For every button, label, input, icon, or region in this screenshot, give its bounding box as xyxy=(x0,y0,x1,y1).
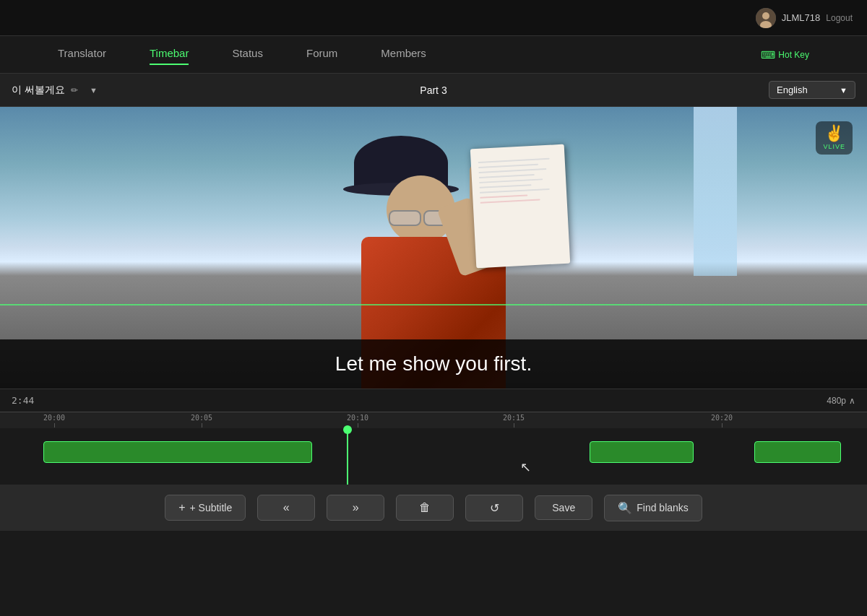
lang-dropdown-arrow: ▼ xyxy=(840,86,847,95)
add-icon: + xyxy=(178,501,185,514)
subtitle-title-text: 이 써볼게요 xyxy=(12,84,65,97)
ruler-mark-0: 20:00 xyxy=(43,414,65,428)
subtitle-overlay: Let me show you first. xyxy=(0,339,867,389)
add-subtitle-button[interactable]: + + Subtitle xyxy=(165,495,246,521)
part-label: Part 3 xyxy=(420,84,447,97)
svg-point-1 xyxy=(762,12,769,19)
subtitle-bar: 이 써볼게요 ✏ ▼ Part 3 English ▼ xyxy=(0,74,867,107)
glasses-left xyxy=(389,210,421,226)
part-label-text: Part 3 xyxy=(420,84,447,96)
ruler-mark-3: 20:15 xyxy=(503,414,525,428)
rewind-icon: « xyxy=(283,501,290,514)
username-label: JLML718 xyxy=(782,12,820,23)
subtitle-track-3[interactable] xyxy=(754,441,841,463)
timeline-area[interactable]: 20:00 20:05 20:10 20:15 20:20 xyxy=(0,412,867,484)
delete-icon: 🗑 xyxy=(419,501,431,514)
playhead[interactable] xyxy=(347,428,348,485)
vlive-v-icon: ✌ xyxy=(824,126,844,142)
refresh-icon: ↺ xyxy=(490,501,499,515)
hotkey-label: Hot Key xyxy=(778,50,809,60)
subtitle-track-1[interactable] xyxy=(43,441,312,463)
refresh-button[interactable]: ↺ xyxy=(465,495,523,521)
ruler-mark-2: 20:10 xyxy=(347,414,368,428)
forward-icon: » xyxy=(353,501,359,514)
edit-icon[interactable]: ✏ xyxy=(71,85,78,95)
current-time: 2:44 xyxy=(12,395,34,406)
vlive-badge: ✌ VLIVE xyxy=(816,121,853,155)
timeline-tracks[interactable]: ↖ xyxy=(0,428,867,485)
quality-label: 480p xyxy=(827,396,846,406)
tab-translator[interactable]: Translator xyxy=(58,47,106,62)
add-subtitle-label: + Subtitle xyxy=(189,502,232,513)
save-button[interactable]: Save xyxy=(535,495,592,520)
find-blanks-label: Find blanks xyxy=(637,502,689,513)
language-label: English xyxy=(777,84,808,95)
tab-forum[interactable]: Forum xyxy=(306,47,337,62)
cursor-arrow: ↖ xyxy=(520,459,531,475)
subtitle-display-text: Let me show you first. xyxy=(335,352,532,375)
save-label: Save xyxy=(552,502,575,513)
playback-bar: 2:44 480p ∧ xyxy=(0,389,867,412)
video-container: ✌ VLIVE Let me show you first. xyxy=(0,107,867,389)
vlive-text: VLIVE xyxy=(823,143,845,150)
subtitle-track-2[interactable] xyxy=(590,441,694,463)
avatar xyxy=(756,8,776,28)
delete-button[interactable]: 🗑 xyxy=(396,495,454,521)
playback-line xyxy=(0,304,867,305)
ruler-mark-1: 20:05 xyxy=(191,414,212,428)
quality-arrow: ∧ xyxy=(849,396,855,406)
top-bar: JLML718 Logout xyxy=(0,0,867,36)
forward-button[interactable]: » xyxy=(327,495,384,521)
tab-timebar[interactable]: Timebar xyxy=(150,47,189,62)
rewind-button[interactable]: « xyxy=(257,495,315,521)
ruler-mark-4: 20:20 xyxy=(711,414,733,428)
nav-tabs: Translator Timebar Status Forum Members … xyxy=(0,36,867,74)
hotkey-icon: ⌨ xyxy=(761,49,775,61)
tab-status[interactable]: Status xyxy=(232,47,263,62)
find-blanks-button[interactable]: 🔍 Find blanks xyxy=(604,495,702,521)
subtitle-title-area: 이 써볼게요 ✏ ▼ xyxy=(12,84,769,97)
user-info: JLML718 Logout xyxy=(756,8,853,28)
timeline-ruler: 20:00 20:05 20:10 20:15 20:20 xyxy=(0,412,867,428)
tab-members[interactable]: Members xyxy=(381,47,426,62)
quality-selector[interactable]: 480p ∧ xyxy=(827,396,855,406)
subtitle-dropdown-arrow[interactable]: ▼ xyxy=(90,86,98,95)
video-player[interactable]: ✌ VLIVE Let me show you first. xyxy=(0,107,867,389)
logout-link[interactable]: Logout xyxy=(826,13,853,23)
playhead-dot xyxy=(343,425,352,434)
find-icon: 🔍 xyxy=(618,501,632,515)
language-selector[interactable]: English ▼ xyxy=(769,81,855,99)
bottom-toolbar: + + Subtitle « » 🗑 ↺ Save 🔍 Find blanks xyxy=(0,484,867,531)
hotkey-button[interactable]: ⌨ Hot Key xyxy=(761,49,809,61)
paper xyxy=(470,144,570,269)
